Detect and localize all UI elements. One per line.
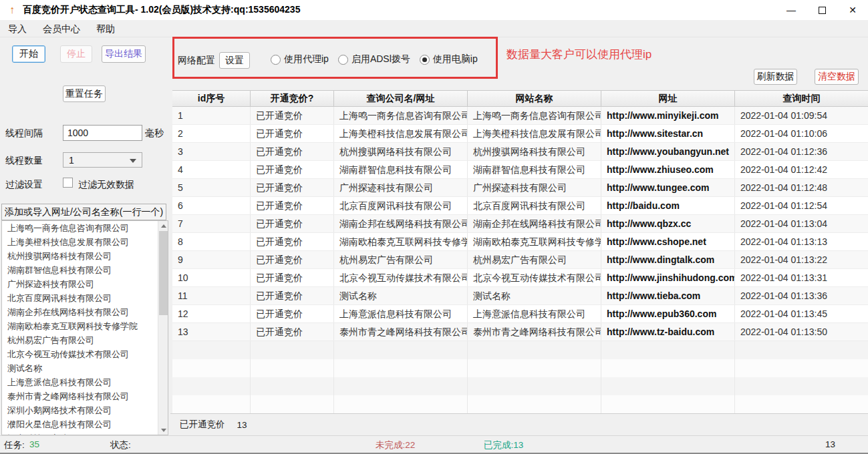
table-row[interactable]: 12 已开通竞价 上海意派信息科技有限公司 上海意派信息科技有限公司 http:…	[172, 305, 868, 323]
cell-query-time: 2022-01-04 01:13:50	[735, 323, 868, 340]
export-results-button[interactable]: 导出结果	[102, 45, 146, 63]
menu-member-center[interactable]: 会员中心	[35, 20, 88, 37]
thread-interval-unit: 毫秒	[145, 128, 164, 140]
radio-label: 启用ADSl拨号	[351, 53, 410, 65]
column-header-id[interactable]: id序号	[172, 91, 251, 106]
close-icon[interactable]: ✕	[837, 0, 868, 20]
cell-sitename: 杭州搜骐网络科技有限公司	[468, 143, 601, 160]
column-header-time[interactable]: 查询时间	[735, 91, 868, 106]
results-table: id序号 开通竞价? 查询公司名/网址 网站名称 网址 查询时间 1 已开通竞价…	[172, 90, 868, 413]
list-item[interactable]: 濮阳火星信息科技有限公司	[2, 417, 158, 431]
scrollbar-thumb[interactable]	[159, 231, 168, 315]
reset-task-button[interactable]: 重置任务	[63, 85, 106, 102]
scroll-down-icon[interactable]	[158, 425, 168, 435]
chevron-down-icon	[130, 159, 136, 163]
column-header-company[interactable]: 查询公司名/网址	[334, 91, 468, 106]
menu-help[interactable]: 帮助	[88, 20, 123, 37]
table-empty-area	[172, 341, 868, 413]
table-row[interactable]: 8 已开通竞价 湖南欧柏泰克互联网科技专修学院 湖南欧柏泰克互联网科技专修学院 …	[172, 233, 868, 251]
list-item[interactable]: 湖南群智信息科技有限公司	[2, 263, 158, 277]
cell-query-time: 2022-01-04 01:13:45	[735, 305, 868, 322]
cell-bidding-status: 已开通竞价	[251, 251, 334, 268]
network-config-label: 网络配置	[178, 55, 215, 67]
list-item[interactable]: 北京今视互动传媒技术有限公司	[2, 347, 158, 361]
list-item[interactable]: 上海美橙科技信息发展有限公司	[2, 235, 158, 249]
menu-import[interactable]: 导入	[0, 20, 35, 37]
table-row[interactable]: 3 已开通竞价 杭州搜骐网络科技有限公司 杭州搜骐网络科技有限公司 http:/…	[172, 143, 868, 161]
table-row[interactable]: 5 已开通竞价 广州探迹科技有限公司 广州探迹科技有限公司 http://www…	[172, 179, 868, 197]
stop-button[interactable]: 停止	[60, 45, 92, 63]
list-item[interactable]: 湖南欧柏泰克互联网科技专修学院	[2, 319, 158, 333]
clear-data-button[interactable]: 清空数据	[815, 69, 859, 85]
ip-mode-radio[interactable]: 使用电脑ip	[420, 53, 478, 65]
list-item[interactable]: 杭州易宏广告有限公司	[2, 333, 158, 347]
table-row[interactable]: 10 已开通竞价 北京今视互动传媒技术有限公司 北京今视互动传媒技术有限公司 h…	[172, 269, 868, 287]
status-bar: 任务: 35 状态: 未完成:22 已完成:13 13	[0, 435, 868, 453]
table-row[interactable]: 13 已开通竞价 泰州市青之峰网络科技有限公司 泰州市青之峰网络科技有限公司 h…	[172, 323, 868, 341]
window-title: 百度竞价开户状态查询工具- 1.02(会员版)技术支持:qq:153560423…	[23, 4, 300, 16]
cell-url: http://www.zhiuseo.com	[601, 161, 735, 178]
footer-bidding-count: 13	[237, 420, 247, 430]
cell-sitename: 湖南欧柏泰克互联网科技专修学院	[468, 233, 601, 250]
list-scrollbar[interactable]	[158, 221, 168, 435]
network-settings-button[interactable]: 设置	[219, 52, 250, 69]
cell-id: 8	[172, 233, 251, 250]
table-row[interactable]: 7 已开通竞价 湖南企邦在线网络科技有限公司 湖南企邦在线网络科技有限公司 ht…	[172, 215, 868, 233]
cell-url: http://www.minyikeji.com	[601, 107, 735, 124]
list-item[interactable]: 深圳小鹅网络技术有限公司	[2, 403, 158, 417]
list-item[interactable]: 测试名称	[2, 361, 158, 375]
table-row[interactable]: 2 已开通竞价 上海美橙科技信息发展有限公司 上海美橙科技信息发展有限公司 ht…	[172, 125, 868, 143]
table-body: 1 已开通竞价 上海鸣一商务信息咨询有限公司 上海鸣一商务信息咨询有限公司 ht…	[172, 107, 868, 341]
title-bar: ↑ 百度竞价开户状态查询工具- 1.02(会员版)技术支持:qq:1535604…	[0, 0, 868, 20]
refresh-data-button[interactable]: 刷新数据	[754, 69, 797, 85]
cell-query-time: 2022-01-04 01:13:36	[735, 287, 868, 304]
table-row[interactable]: 9 已开通竞价 杭州易宏广告有限公司 杭州易宏广告有限公司 http://www…	[172, 251, 868, 269]
add-import-list-header[interactable]: 添加或导入网址/公司名全称(一行一个)	[1, 204, 166, 220]
column-header-url[interactable]: 网址	[601, 91, 735, 106]
thread-interval-input[interactable]	[63, 125, 142, 141]
table-row[interactable]: 1 已开通竞价 上海鸣一商务信息咨询有限公司 上海鸣一商务信息咨询有限公司 ht…	[172, 107, 868, 125]
cell-company: 湖南群智信息科技有限公司	[334, 161, 468, 178]
cell-id: 5	[172, 179, 251, 196]
cell-bidding-status: 已开通竞价	[251, 215, 334, 232]
list-item[interactable]: 泰州市青之峰网络科技有限公司	[2, 389, 158, 403]
cell-url: http://www.tz-baidu.com	[601, 323, 735, 340]
list-item[interactable]: 北京百度网讯科技有限公司	[2, 291, 158, 305]
list-item[interactable]: 上海意派信息科技有限公司	[2, 375, 158, 389]
start-button[interactable]: 开始	[12, 45, 45, 63]
thread-interval-label: 线程间隔	[5, 128, 43, 140]
cell-sitename: 上海美橙科技信息发展有限公司	[468, 125, 601, 142]
cell-query-time: 2022-01-04 01:12:36	[735, 143, 868, 160]
cell-id: 10	[172, 269, 251, 286]
company-list[interactable]: 上海鸣一商务信息咨询有限公司 上海美橙科技信息发展有限公司 杭州搜骐网络科技有限…	[1, 220, 168, 435]
table-row[interactable]: 6 已开通竞价 北京百度网讯科技有限公司 北京百度网讯科技有限公司 http:/…	[172, 197, 868, 215]
table-row[interactable]: 4 已开通竞价 湖南群智信息科技有限公司 湖南群智信息科技有限公司 http:/…	[172, 161, 868, 179]
table-row[interactable]: 11 已开通竞价 测试名称 测试名称 http://www.tieba.com …	[172, 287, 868, 305]
ip-mode-radio[interactable]: 使用代理ip	[271, 53, 329, 65]
radio-label: 使用电脑ip	[433, 53, 478, 65]
list-item[interactable]: 广州探迹科技有限公司	[2, 277, 158, 291]
thread-count-dropdown[interactable]: 1	[63, 152, 142, 168]
ip-mode-radio[interactable]: 启用ADSl拨号	[338, 53, 410, 65]
list-item[interactable]: 上海鸣一商务信息咨询有限公司	[2, 221, 158, 235]
cell-query-time: 2022-01-04 01:13:13	[735, 233, 868, 250]
column-header-sitename[interactable]: 网站名称	[468, 91, 601, 106]
list-item[interactable]: 湖南企邦在线网络科技有限公司	[2, 305, 158, 319]
cell-bidding-status: 已开通竞价	[251, 305, 334, 322]
status-label: 状态:	[110, 439, 131, 451]
task-label: 任务:	[4, 439, 25, 451]
scroll-up-icon[interactable]	[158, 221, 168, 230]
radio-label: 使用代理ip	[284, 53, 329, 65]
column-header-bidding[interactable]: 开通竞价?	[251, 91, 334, 106]
filter-invalid-checkbox[interactable]	[63, 178, 73, 188]
maximize-icon[interactable]	[807, 0, 837, 20]
cell-company: 上海意派信息科技有限公司	[334, 305, 468, 322]
cell-id: 11	[172, 287, 251, 304]
pending-count: 未完成:22	[376, 439, 415, 451]
minimize-icon[interactable]: —	[776, 0, 807, 20]
list-item[interactable]: 杭州搜骐网络科技有限公司	[2, 249, 158, 263]
cell-sitename: 广州探迹科技有限公司	[468, 179, 601, 196]
cell-company: 北京百度网讯科技有限公司	[334, 197, 468, 214]
cell-bidding-status: 已开通竞价	[251, 287, 334, 304]
cell-company: 湖南企邦在线网络科技有限公司	[334, 215, 468, 232]
